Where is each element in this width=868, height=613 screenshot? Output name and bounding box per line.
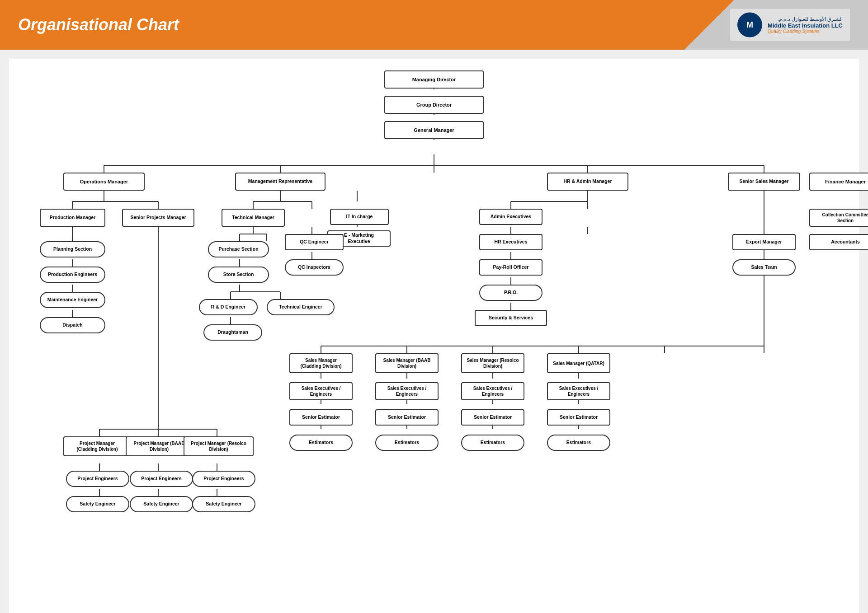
it-in-charge-node: IT In charge bbox=[330, 209, 389, 225]
logo-arabic: الشـرق الأوسـط للعـوازل ذ.م.م. bbox=[768, 16, 843, 22]
qc-inspectors-node: QC Inspectors bbox=[285, 259, 344, 276]
maintenance-engineer-node: Maintenance Engineer bbox=[40, 292, 105, 308]
purchase-section-node: Purchase Section bbox=[208, 241, 269, 257]
pm-cladding-node: Project Manager (Cladding Division) bbox=[63, 436, 131, 456]
group-director-node: Group Director bbox=[384, 96, 484, 114]
production-engineers-node: Production Engineers bbox=[40, 267, 105, 283]
technical-engineer-node: Technical Engineer bbox=[267, 299, 335, 315]
page-title: Organisational Chart bbox=[18, 15, 179, 34]
collection-committee-node: Collection Committee Section bbox=[809, 209, 868, 227]
sales-team-node: Sales Team bbox=[732, 259, 796, 276]
sae-baab-node: Sales Executives / Engineers bbox=[375, 382, 439, 400]
senior-projects-manager-node: Senior Projects Manager bbox=[122, 209, 194, 227]
sm-baab-node: Sales Manager (BAAB Division) bbox=[375, 353, 439, 373]
chart-connections bbox=[14, 68, 854, 610]
est-baab-node: Estimators bbox=[375, 435, 439, 451]
pe-baab-node: Project Engineers bbox=[130, 471, 193, 487]
senest-resolco-node: Senior Estimator bbox=[461, 409, 524, 426]
sae-resolco-node: Sales Executives / Engineers bbox=[461, 382, 524, 400]
senest-baab-node: Senior Estimator bbox=[375, 409, 439, 426]
company-logo: M الشـرق الأوسـط للعـوازل ذ.م.م. Middle … bbox=[730, 9, 850, 41]
pm-resolco-node: Project Manager (Resolco Division) bbox=[184, 436, 254, 456]
pm-baab-node: Project Manager (BAAB Division) bbox=[126, 436, 193, 456]
pe-cladding-node: Project Engineers bbox=[66, 471, 129, 487]
finance-manager-node: Finance Manager bbox=[809, 173, 868, 191]
payroll-officer-node: Pay-Roll Officer bbox=[479, 259, 542, 276]
header: Organisational Chart M الشـرق الأوسـط لل… bbox=[0, 0, 868, 50]
rd-engineer-node: R & D Engineer bbox=[199, 299, 258, 315]
est-resolco-node: Estimators bbox=[461, 435, 524, 451]
se-cladding-node: Safety Engineer bbox=[66, 496, 129, 512]
se-resolco-node: Safety Engineer bbox=[192, 496, 255, 512]
sae-cladding-node: Sales Executives / Engineers bbox=[289, 382, 353, 400]
admin-executives-node: Admin Executives bbox=[479, 209, 542, 225]
general-manager-node: General Manager bbox=[384, 121, 484, 139]
logo-english: Middle East Insulation LLC bbox=[768, 22, 843, 29]
sm-cladding-node: Sales Manager (Cladding Division) bbox=[289, 353, 353, 373]
export-manager-node: Export Manager bbox=[732, 234, 796, 250]
security-services-node: Security & Services bbox=[475, 310, 547, 326]
accountants-node: Accountants bbox=[809, 234, 868, 250]
operations-manager-node: Operations Manager bbox=[63, 173, 145, 191]
store-section-node: Store Section bbox=[208, 267, 269, 283]
chart-area: Managing Director Group Director General… bbox=[9, 59, 859, 613]
senest-qatar-node: Senior Estimator bbox=[547, 409, 610, 426]
est-qatar-node: Estimators bbox=[547, 435, 610, 451]
sae-qatar-node: Sales Executives / Engineers bbox=[547, 382, 610, 400]
logo-tagline: Quality Cladding Systems bbox=[768, 29, 843, 34]
pro-node: P.R.O. bbox=[479, 285, 542, 301]
se-baab-node: Safety Engineer bbox=[130, 496, 193, 512]
logo-icon: M bbox=[737, 13, 762, 37]
production-manager-node: Production Manager bbox=[40, 209, 105, 227]
managing-director-node: Managing Director bbox=[384, 70, 484, 89]
management-representative-node: Management Representative bbox=[235, 173, 326, 191]
senior-sales-manager-node: Senior Sales Manager bbox=[728, 173, 800, 191]
draughtsman-node: Draughtsman bbox=[203, 324, 262, 341]
technical-manager-node: Technical Manager bbox=[222, 209, 285, 227]
org-chart: Managing Director Group Director General… bbox=[14, 68, 854, 610]
planning-section-node: Planning Section bbox=[40, 241, 105, 257]
est-cladding-node: Estimators bbox=[289, 435, 353, 451]
logo-text: الشـرق الأوسـط للعـوازل ذ.م.م. Middle Ea… bbox=[768, 16, 843, 34]
senest-cladding-node: Senior Estimator bbox=[289, 409, 353, 426]
sm-qatar-node: Sales Manager (QATAR) bbox=[547, 353, 610, 373]
hr-executives-node: HR Executives bbox=[479, 234, 542, 250]
pe-resolco-node: Project Engineers bbox=[192, 471, 255, 487]
sm-resolco-node: Sales Manager (Resolco Division) bbox=[461, 353, 524, 373]
hr-admin-manager-node: HR & Admin Manager bbox=[547, 173, 628, 191]
dispatch-node: Dispatch bbox=[40, 317, 105, 333]
qc-engineer-node: QC Engineer bbox=[285, 234, 344, 250]
